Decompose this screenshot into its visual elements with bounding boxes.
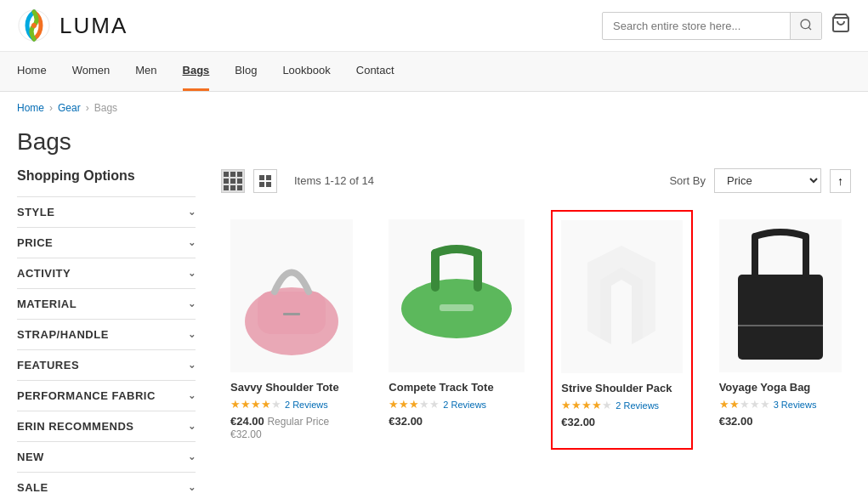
filter-label: STYLE	[17, 206, 54, 218]
filter-chevron-icon: ⌄	[188, 268, 196, 279]
filter-label: PERFORMANCE FABRIC	[17, 389, 156, 402]
price-value: €24.00	[230, 415, 264, 428]
product-image	[561, 220, 682, 373]
filter-label: FEATURES	[17, 359, 79, 371]
filter-label: MATERIAL	[17, 298, 77, 310]
breadcrumb: Home › Gear › Bags	[0, 92, 868, 124]
nav-women[interactable]: Women	[72, 52, 111, 91]
product-image	[230, 219, 353, 372]
filter-item-erin-recommends[interactable]: ERIN RECOMMENDS⌄	[17, 411, 196, 441]
product-card[interactable]: Savvy Shoulder Tote ★★★★★ 2 Reviews €24.…	[221, 210, 362, 450]
sort-label: Sort By	[669, 174, 706, 187]
product-price: €32.00	[389, 415, 525, 428]
stars-icon: ★★★★★	[561, 399, 612, 411]
filter-chevron-icon: ⌄	[188, 298, 196, 309]
product-rating: ★★★★★ 2 Reviews	[389, 398, 525, 411]
logo[interactable]: LUMA	[17, 9, 128, 43]
header-right	[602, 12, 851, 40]
sort-asc-button[interactable]: ↑	[830, 169, 851, 193]
product-name: Strive Shoulder Pack	[561, 382, 682, 394]
product-price: €32.00	[561, 416, 682, 428]
reviews-link[interactable]: 3 Reviews	[774, 400, 817, 410]
filter-item-material[interactable]: MATERIAL⌄	[17, 288, 196, 319]
filter-item-sale[interactable]: SALE⌄	[17, 472, 196, 499]
filter-item-performance-fabric[interactable]: PERFORMANCE FABRIC⌄	[17, 380, 196, 411]
filter-chevron-icon: ⌄	[188, 421, 196, 432]
filter-chevron-icon: ⌄	[188, 329, 196, 340]
sort-select[interactable]: Price Position Product Name	[714, 168, 821, 193]
product-card[interactable]: Strive Shoulder Pack ★★★★★ 2 Reviews €32…	[551, 210, 692, 450]
product-image	[389, 219, 525, 372]
toolbar-left: Items 1-12 of 14	[221, 169, 374, 193]
nav-men[interactable]: Men	[135, 52, 156, 91]
nav-contact[interactable]: Contact	[356, 52, 394, 91]
stars-icon: ★★★★★	[719, 398, 770, 411]
product-rating: ★★★★★ 2 Reviews	[230, 398, 353, 411]
svg-line-3	[808, 27, 811, 30]
svg-point-2	[801, 20, 810, 29]
filter-item-activity[interactable]: ACTIVITY⌄	[17, 258, 196, 288]
toolbar-count: Items 1-12 of 14	[294, 174, 374, 187]
product-name: Savvy Shoulder Tote	[230, 381, 353, 394]
search-button[interactable]	[790, 13, 821, 39]
breadcrumb-home[interactable]: Home	[17, 102, 44, 114]
search-bar	[602, 12, 822, 40]
price-value: €32.00	[719, 415, 753, 428]
nav-blog[interactable]: Blog	[235, 52, 257, 91]
search-input[interactable]	[603, 14, 790, 37]
reviews-link[interactable]: 2 Reviews	[285, 400, 328, 410]
nav-home[interactable]: Home	[17, 52, 47, 91]
svg-rect-16	[440, 304, 474, 311]
filter-label: STRAP/HANDLE	[17, 328, 109, 341]
filter-item-features[interactable]: FEATURES⌄	[17, 349, 196, 380]
product-rating: ★★★★★ 2 Reviews	[561, 399, 682, 411]
filter-item-strap-handle[interactable]: STRAP/HANDLE⌄	[17, 319, 196, 349]
product-card[interactable]: Compete Track Tote ★★★★★ 2 Reviews €32.0…	[379, 210, 534, 450]
reviews-link[interactable]: 2 Reviews	[616, 400, 659, 411]
product-card[interactable]: Voyage Yoga Bag ★★★★★ 3 Reviews €32.00	[710, 210, 851, 450]
filter-chevron-icon: ⌄	[188, 390, 196, 401]
product-grid: Savvy Shoulder Tote ★★★★★ 2 Reviews €24.…	[221, 210, 851, 450]
svg-rect-8	[266, 182, 271, 187]
stars-icon: ★★★★★	[230, 398, 281, 411]
search-icon	[799, 18, 813, 31]
filter-label: PRICE	[17, 236, 53, 249]
svg-rect-6	[266, 175, 271, 180]
nav-bags[interactable]: Bags	[183, 52, 210, 91]
breadcrumb-current: Bags	[94, 102, 117, 114]
svg-rect-7	[259, 182, 264, 187]
breadcrumb-gear[interactable]: Gear	[58, 102, 81, 114]
price-value: €32.00	[389, 415, 423, 428]
filter-label: ACTIVITY	[17, 267, 71, 280]
filter-item-style[interactable]: STYLE⌄	[17, 196, 196, 227]
filter-chevron-icon: ⌄	[188, 451, 196, 462]
grid-dots-icon	[224, 172, 242, 190]
svg-rect-11	[283, 313, 300, 315]
cart-svg	[831, 13, 851, 33]
svg-rect-17	[738, 275, 823, 360]
filter-chevron-icon: ⌄	[188, 360, 196, 371]
cart-icon[interactable]	[831, 13, 851, 38]
product-name: Compete Track Tote	[389, 381, 525, 394]
filter-list: STYLE⌄PRICE⌄ACTIVITY⌄MATERIAL⌄STRAP/HAND…	[17, 196, 196, 499]
grid-view-button[interactable]	[221, 169, 245, 193]
breadcrumb-sep-2: ›	[86, 102, 89, 114]
list-icon	[259, 175, 271, 187]
logo-text: LUMA	[60, 13, 128, 39]
filter-chevron-icon: ⌄	[188, 482, 196, 493]
filter-chevron-icon: ⌄	[188, 207, 196, 218]
main-content: Shopping Options STYLE⌄PRICE⌄ACTIVITY⌄MA…	[0, 168, 868, 499]
filter-item-new[interactable]: NEW⌄	[17, 441, 196, 472]
filter-chevron-icon: ⌄	[188, 237, 196, 248]
product-price: €24.00 Regular Price €32.00	[230, 415, 353, 440]
products-toolbar: Items 1-12 of 14 Sort By Price Position …	[221, 168, 851, 193]
nav-lookbook[interactable]: Lookbook	[282, 52, 330, 91]
breadcrumb-sep-1: ›	[49, 102, 53, 114]
list-view-button[interactable]	[253, 169, 277, 193]
sidebar-title: Shopping Options	[17, 168, 196, 184]
toolbar-right: Sort By Price Position Product Name ↑	[669, 168, 851, 193]
filter-item-price[interactable]: PRICE⌄	[17, 227, 196, 258]
price-value: €32.00	[561, 416, 595, 428]
reviews-link[interactable]: 2 Reviews	[443, 400, 486, 410]
product-price: €32.00	[719, 415, 842, 428]
